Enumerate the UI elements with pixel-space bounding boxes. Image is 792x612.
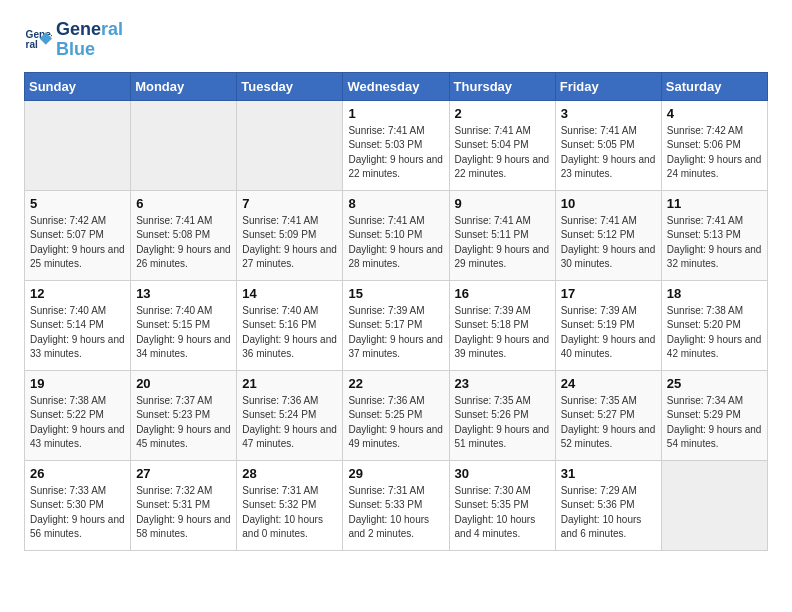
day-number: 18 bbox=[667, 286, 762, 301]
day-number: 26 bbox=[30, 466, 125, 481]
calendar-cell: 16Sunrise: 7:39 AM Sunset: 5:18 PM Dayli… bbox=[449, 280, 555, 370]
weekday-header: Wednesday bbox=[343, 72, 449, 100]
calendar-cell: 11Sunrise: 7:41 AM Sunset: 5:13 PM Dayli… bbox=[661, 190, 767, 280]
day-info: Sunrise: 7:41 AM Sunset: 5:03 PM Dayligh… bbox=[348, 124, 443, 182]
day-number: 23 bbox=[455, 376, 550, 391]
calendar-cell: 4Sunrise: 7:42 AM Sunset: 5:06 PM Daylig… bbox=[661, 100, 767, 190]
day-info: Sunrise: 7:31 AM Sunset: 5:32 PM Dayligh… bbox=[242, 484, 337, 542]
calendar-cell: 30Sunrise: 7:30 AM Sunset: 5:35 PM Dayli… bbox=[449, 460, 555, 550]
calendar-cell: 25Sunrise: 7:34 AM Sunset: 5:29 PM Dayli… bbox=[661, 370, 767, 460]
calendar-cell: 18Sunrise: 7:38 AM Sunset: 5:20 PM Dayli… bbox=[661, 280, 767, 370]
weekday-header: Thursday bbox=[449, 72, 555, 100]
day-info: Sunrise: 7:29 AM Sunset: 5:36 PM Dayligh… bbox=[561, 484, 656, 542]
day-info: Sunrise: 7:41 AM Sunset: 5:10 PM Dayligh… bbox=[348, 214, 443, 272]
page: Gene- ral GeneralBlue SundayMondayTuesda… bbox=[0, 0, 792, 571]
calendar-cell: 19Sunrise: 7:38 AM Sunset: 5:22 PM Dayli… bbox=[25, 370, 131, 460]
calendar-week-row: 19Sunrise: 7:38 AM Sunset: 5:22 PM Dayli… bbox=[25, 370, 768, 460]
day-number: 30 bbox=[455, 466, 550, 481]
calendar-cell: 1Sunrise: 7:41 AM Sunset: 5:03 PM Daylig… bbox=[343, 100, 449, 190]
day-info: Sunrise: 7:41 AM Sunset: 5:05 PM Dayligh… bbox=[561, 124, 656, 182]
day-number: 4 bbox=[667, 106, 762, 121]
day-info: Sunrise: 7:34 AM Sunset: 5:29 PM Dayligh… bbox=[667, 394, 762, 452]
day-info: Sunrise: 7:35 AM Sunset: 5:27 PM Dayligh… bbox=[561, 394, 656, 452]
weekday-header: Friday bbox=[555, 72, 661, 100]
day-info: Sunrise: 7:30 AM Sunset: 5:35 PM Dayligh… bbox=[455, 484, 550, 542]
day-number: 5 bbox=[30, 196, 125, 211]
svg-text:ral: ral bbox=[26, 39, 39, 50]
calendar-cell: 2Sunrise: 7:41 AM Sunset: 5:04 PM Daylig… bbox=[449, 100, 555, 190]
day-info: Sunrise: 7:41 AM Sunset: 5:04 PM Dayligh… bbox=[455, 124, 550, 182]
day-info: Sunrise: 7:41 AM Sunset: 5:08 PM Dayligh… bbox=[136, 214, 231, 272]
day-number: 16 bbox=[455, 286, 550, 301]
calendar-cell: 15Sunrise: 7:39 AM Sunset: 5:17 PM Dayli… bbox=[343, 280, 449, 370]
day-info: Sunrise: 7:36 AM Sunset: 5:25 PM Dayligh… bbox=[348, 394, 443, 452]
day-info: Sunrise: 7:40 AM Sunset: 5:16 PM Dayligh… bbox=[242, 304, 337, 362]
day-number: 25 bbox=[667, 376, 762, 391]
calendar-cell bbox=[25, 100, 131, 190]
calendar-cell: 31Sunrise: 7:29 AM Sunset: 5:36 PM Dayli… bbox=[555, 460, 661, 550]
day-info: Sunrise: 7:42 AM Sunset: 5:07 PM Dayligh… bbox=[30, 214, 125, 272]
weekday-header: Saturday bbox=[661, 72, 767, 100]
day-info: Sunrise: 7:36 AM Sunset: 5:24 PM Dayligh… bbox=[242, 394, 337, 452]
calendar-cell: 9Sunrise: 7:41 AM Sunset: 5:11 PM Daylig… bbox=[449, 190, 555, 280]
day-number: 7 bbox=[242, 196, 337, 211]
day-number: 27 bbox=[136, 466, 231, 481]
calendar-cell: 12Sunrise: 7:40 AM Sunset: 5:14 PM Dayli… bbox=[25, 280, 131, 370]
day-number: 28 bbox=[242, 466, 337, 481]
day-number: 15 bbox=[348, 286, 443, 301]
day-number: 14 bbox=[242, 286, 337, 301]
day-info: Sunrise: 7:41 AM Sunset: 5:12 PM Dayligh… bbox=[561, 214, 656, 272]
calendar-cell: 23Sunrise: 7:35 AM Sunset: 5:26 PM Dayli… bbox=[449, 370, 555, 460]
calendar-cell: 20Sunrise: 7:37 AM Sunset: 5:23 PM Dayli… bbox=[131, 370, 237, 460]
day-number: 17 bbox=[561, 286, 656, 301]
weekday-header-row: SundayMondayTuesdayWednesdayThursdayFrid… bbox=[25, 72, 768, 100]
day-info: Sunrise: 7:38 AM Sunset: 5:20 PM Dayligh… bbox=[667, 304, 762, 362]
calendar-cell: 26Sunrise: 7:33 AM Sunset: 5:30 PM Dayli… bbox=[25, 460, 131, 550]
calendar-week-row: 12Sunrise: 7:40 AM Sunset: 5:14 PM Dayli… bbox=[25, 280, 768, 370]
calendar-cell: 29Sunrise: 7:31 AM Sunset: 5:33 PM Dayli… bbox=[343, 460, 449, 550]
calendar-cell: 28Sunrise: 7:31 AM Sunset: 5:32 PM Dayli… bbox=[237, 460, 343, 550]
calendar-cell: 24Sunrise: 7:35 AM Sunset: 5:27 PM Dayli… bbox=[555, 370, 661, 460]
day-number: 31 bbox=[561, 466, 656, 481]
weekday-header: Monday bbox=[131, 72, 237, 100]
day-number: 13 bbox=[136, 286, 231, 301]
logo-icon: Gene- ral bbox=[24, 26, 52, 54]
calendar-cell: 6Sunrise: 7:41 AM Sunset: 5:08 PM Daylig… bbox=[131, 190, 237, 280]
day-info: Sunrise: 7:32 AM Sunset: 5:31 PM Dayligh… bbox=[136, 484, 231, 542]
calendar-week-row: 5Sunrise: 7:42 AM Sunset: 5:07 PM Daylig… bbox=[25, 190, 768, 280]
day-info: Sunrise: 7:40 AM Sunset: 5:14 PM Dayligh… bbox=[30, 304, 125, 362]
calendar: SundayMondayTuesdayWednesdayThursdayFrid… bbox=[24, 72, 768, 551]
day-info: Sunrise: 7:39 AM Sunset: 5:17 PM Dayligh… bbox=[348, 304, 443, 362]
weekday-header: Tuesday bbox=[237, 72, 343, 100]
calendar-cell bbox=[661, 460, 767, 550]
day-number: 6 bbox=[136, 196, 231, 211]
calendar-cell: 3Sunrise: 7:41 AM Sunset: 5:05 PM Daylig… bbox=[555, 100, 661, 190]
day-info: Sunrise: 7:42 AM Sunset: 5:06 PM Dayligh… bbox=[667, 124, 762, 182]
logo-text: GeneralBlue bbox=[56, 20, 123, 60]
day-info: Sunrise: 7:38 AM Sunset: 5:22 PM Dayligh… bbox=[30, 394, 125, 452]
calendar-cell bbox=[131, 100, 237, 190]
calendar-week-row: 26Sunrise: 7:33 AM Sunset: 5:30 PM Dayli… bbox=[25, 460, 768, 550]
day-number: 29 bbox=[348, 466, 443, 481]
calendar-cell: 14Sunrise: 7:40 AM Sunset: 5:16 PM Dayli… bbox=[237, 280, 343, 370]
day-number: 2 bbox=[455, 106, 550, 121]
day-number: 19 bbox=[30, 376, 125, 391]
day-number: 3 bbox=[561, 106, 656, 121]
day-info: Sunrise: 7:41 AM Sunset: 5:11 PM Dayligh… bbox=[455, 214, 550, 272]
calendar-cell bbox=[237, 100, 343, 190]
calendar-cell: 7Sunrise: 7:41 AM Sunset: 5:09 PM Daylig… bbox=[237, 190, 343, 280]
day-number: 20 bbox=[136, 376, 231, 391]
day-number: 22 bbox=[348, 376, 443, 391]
day-info: Sunrise: 7:31 AM Sunset: 5:33 PM Dayligh… bbox=[348, 484, 443, 542]
calendar-cell: 17Sunrise: 7:39 AM Sunset: 5:19 PM Dayli… bbox=[555, 280, 661, 370]
logo: Gene- ral GeneralBlue bbox=[24, 20, 123, 60]
day-info: Sunrise: 7:39 AM Sunset: 5:18 PM Dayligh… bbox=[455, 304, 550, 362]
calendar-week-row: 1Sunrise: 7:41 AM Sunset: 5:03 PM Daylig… bbox=[25, 100, 768, 190]
calendar-cell: 5Sunrise: 7:42 AM Sunset: 5:07 PM Daylig… bbox=[25, 190, 131, 280]
day-info: Sunrise: 7:40 AM Sunset: 5:15 PM Dayligh… bbox=[136, 304, 231, 362]
day-number: 11 bbox=[667, 196, 762, 211]
day-number: 1 bbox=[348, 106, 443, 121]
day-number: 9 bbox=[455, 196, 550, 211]
day-number: 10 bbox=[561, 196, 656, 211]
header: Gene- ral GeneralBlue bbox=[24, 20, 768, 60]
